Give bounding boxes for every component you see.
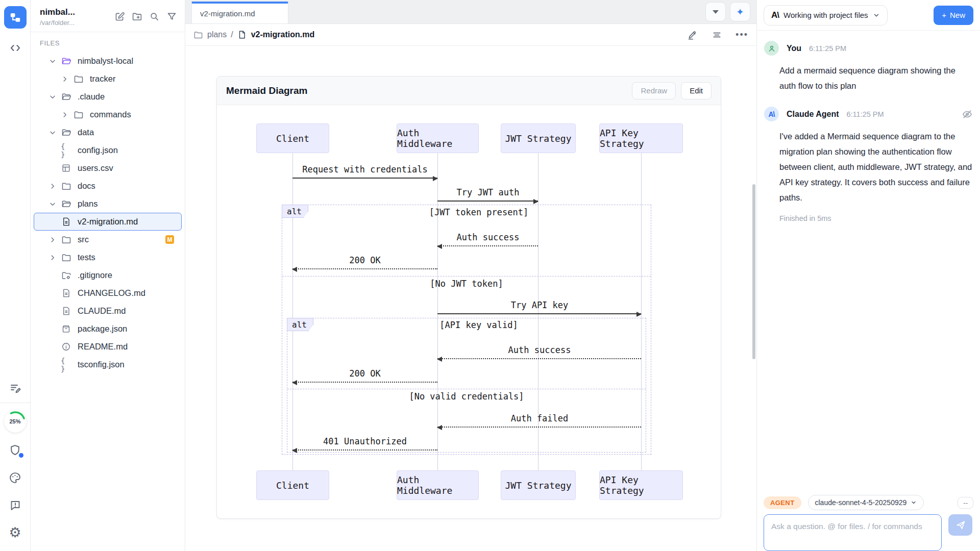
- agent-avatar: A\: [764, 107, 779, 121]
- pen-icon[interactable]: [687, 29, 698, 40]
- tree-item-commands[interactable]: commands: [34, 106, 182, 123]
- model-selector[interactable]: claude-sonnet-4-5-20250929: [808, 495, 924, 510]
- new-chat-button[interactable]: + New: [934, 6, 973, 25]
- tab-v2-migration-md[interactable]: v2-migration.md: [191, 2, 288, 23]
- redraw-button[interactable]: Redraw: [632, 82, 676, 99]
- message-label: Request with credentials: [302, 164, 428, 174]
- tree-item-changelog-md[interactable]: CHANGELOG.md: [34, 284, 182, 302]
- arrowhead-right: [636, 312, 642, 317]
- chevron-right-icon[interactable]: [61, 75, 69, 83]
- folder-open-icon: [61, 127, 71, 138]
- outline-list-icon[interactable]: [711, 29, 722, 40]
- folder-icon: [61, 252, 71, 263]
- tree-item-gitignore[interactable]: .gitignore: [34, 266, 182, 284]
- more-options-icon[interactable]: •••: [736, 30, 748, 40]
- chevron-placeholder: [48, 325, 57, 333]
- feedback-icon[interactable]: [5, 495, 26, 515]
- participant-jwt-strategy-bottom: JWT Strategy: [501, 470, 576, 500]
- message-label: 200 OK: [349, 255, 380, 265]
- alt-frame-inner: alt: [287, 318, 646, 453]
- message-label: 401 Unauthorized: [323, 436, 407, 446]
- new-folder-icon[interactable]: [131, 10, 143, 22]
- chat-input[interactable]: [764, 514, 942, 551]
- context-selector[interactable]: A\ Working with project files: [764, 5, 888, 26]
- usage-gauge[interactable]: 25%: [4, 410, 27, 433]
- tree-item-package-json[interactable]: package.json: [34, 320, 182, 338]
- chevron-right-icon[interactable]: [48, 254, 57, 262]
- hide-message-icon[interactable]: [962, 109, 973, 120]
- mermaid-card-header: Mermaid Diagram Redraw Edit: [217, 77, 721, 105]
- tree-item-v2-migration-md[interactable]: v2-migration.md: [34, 213, 182, 231]
- folder-open-icon: [61, 198, 71, 209]
- json-braces-icon: { }: [61, 145, 71, 156]
- breadcrumb-folder[interactable]: plans: [207, 30, 227, 39]
- security-shield-icon[interactable]: [5, 440, 26, 460]
- folder-icon: [193, 30, 203, 40]
- file-icon: [61, 306, 71, 316]
- search-icon[interactable]: [148, 10, 160, 22]
- breadcrumb-separator: /: [231, 30, 233, 39]
- tree-item-nimbalyst-local[interactable]: nimbalyst-local: [34, 52, 182, 70]
- theme-palette-icon[interactable]: [5, 467, 26, 488]
- chevron-placeholder: [48, 307, 57, 315]
- breadcrumb-bar: plans / v2-migration.md •••: [185, 24, 756, 46]
- workspace-logo-icon[interactable]: [4, 6, 27, 29]
- chevron-right-icon[interactable]: [48, 182, 57, 190]
- chevron-right-icon[interactable]: [48, 236, 57, 244]
- participant-api-key-strategy: API Key Strategy: [599, 123, 683, 153]
- send-button[interactable]: [948, 514, 972, 536]
- filter-icon[interactable]: [165, 10, 178, 22]
- chevron-placeholder: [48, 289, 57, 297]
- message-text: Add a mermaid sequence diagram showing t…: [779, 63, 973, 93]
- context-label: Working with project files: [783, 11, 868, 19]
- chevron-placeholder: [48, 271, 57, 280]
- tree-item-docs[interactable]: docs: [34, 177, 182, 195]
- chevron-down-icon[interactable]: [48, 200, 57, 208]
- tree-item-tsconfig-json[interactable]: { } tsconfig.json: [34, 356, 182, 373]
- new-tab-ai-button[interactable]: ✦: [730, 2, 750, 21]
- chevron-right-icon[interactable]: [61, 111, 69, 119]
- folder-icon: [73, 73, 84, 84]
- tree-item-data[interactable]: data: [34, 123, 182, 141]
- breadcrumb-file[interactable]: v2-migration.md: [251, 30, 314, 39]
- arrowhead-right: [433, 176, 438, 181]
- folder-icon: [61, 234, 71, 245]
- card-title: Mermaid Diagram: [226, 85, 307, 96]
- notes-edit-icon[interactable]: [5, 378, 26, 398]
- tree-item-claude-md[interactable]: CLAUDE.md: [34, 302, 182, 320]
- chevron-down-icon[interactable]: [48, 93, 57, 101]
- tree-item-plans[interactable]: plans: [34, 195, 182, 213]
- chat-footer: AGENT claude-sonnet-4-5-20250929 --: [757, 490, 980, 551]
- guard-jwt-token-present: [JWT token present]: [429, 207, 528, 217]
- tree-item-readme-md[interactable]: README.md: [34, 338, 182, 356]
- code-panel-icon[interactable]: [5, 38, 26, 58]
- chevron-down-icon[interactable]: [48, 57, 57, 65]
- guard-no-valid-credentials: [No valid credentials]: [409, 391, 524, 402]
- compose-icon[interactable]: [113, 10, 126, 22]
- project-path: /var/folder...: [40, 19, 75, 27]
- arrowhead-right: [533, 199, 538, 204]
- project-header: nimbal... /var/folder...: [31, 0, 185, 32]
- plus-icon: +: [942, 11, 946, 19]
- collapse-button[interactable]: --: [958, 497, 973, 509]
- tree-item-config-json[interactable]: { } config.json: [34, 141, 182, 159]
- editor-scrollbar-thumb[interactable]: [752, 184, 755, 359]
- tree-item-tests[interactable]: tests: [34, 248, 182, 266]
- tree-item-tracker[interactable]: tracker: [34, 70, 182, 88]
- arrowhead-left: [292, 380, 297, 385]
- settings-gear-icon[interactable]: ⚙: [5, 522, 26, 543]
- tree-item-claude-folder[interactable]: .claude: [34, 88, 182, 106]
- participant-auth-middleware: Auth Middleware: [397, 123, 479, 153]
- agent-badge: AGENT: [764, 496, 801, 509]
- tree-item-src[interactable]: src M: [34, 231, 182, 248]
- chevron-placeholder: [48, 343, 57, 351]
- agent-chat-panel: A\ Working with project files + New You …: [756, 0, 980, 551]
- tree-item-users-csv[interactable]: users.csv: [34, 159, 182, 177]
- participant-client-bottom: Client: [256, 470, 329, 500]
- folder-icon: [73, 109, 84, 120]
- edit-button[interactable]: Edit: [681, 82, 712, 99]
- message-label: Try JWT auth: [457, 187, 520, 197]
- chevron-down-icon[interactable]: [48, 129, 57, 137]
- tab-list-dropdown-button[interactable]: [705, 2, 726, 21]
- guard-no-jwt-token: [No JWT token]: [430, 279, 503, 289]
